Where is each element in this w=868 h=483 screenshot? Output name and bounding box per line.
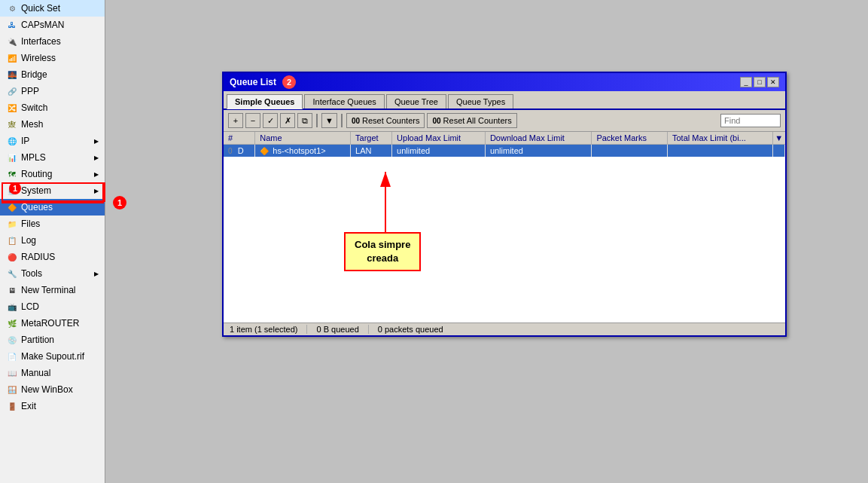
sidebar-item-mpls[interactable]: 📊 MPLS xyxy=(0,149,105,166)
sidebar-label-mpls: MPLS xyxy=(21,152,46,163)
bridge-icon: 🌉 xyxy=(6,69,18,81)
sidebar-item-ppp[interactable]: 🔗 PPP xyxy=(0,83,105,99)
sidebar-label-mesh: Mesh xyxy=(21,119,43,130)
files-icon: 📁 xyxy=(6,218,18,230)
disable-button[interactable]: ✗ xyxy=(280,113,295,128)
sidebar-label-ip: IP xyxy=(21,136,29,146)
sidebar-label-wireless: Wireless xyxy=(21,53,56,63)
sidebar-item-new-terminal[interactable]: 🖥 New Terminal xyxy=(0,282,105,298)
sidebar-item-bridge[interactable]: 🌉 Bridge xyxy=(0,66,105,83)
toolbar: + − ✓ ✗ ⧉ ▼ 00 Reset Counters 00 Reset A… xyxy=(224,110,785,132)
sidebar-label-log: Log xyxy=(21,235,36,246)
sidebar-label-queues: Queues xyxy=(21,202,53,212)
sidebar-item-new-winbox[interactable]: 🪟 New WinBox xyxy=(0,381,105,398)
sidebar-item-capsman[interactable]: 🖧 CAPsMAN xyxy=(0,17,105,33)
tab-simple-queues[interactable]: Simple Queues xyxy=(227,94,303,109)
col-header-dropdown[interactable]: ▼ xyxy=(773,132,785,145)
titlebar-controls: _ □ ✕ xyxy=(740,77,779,87)
sidebar-item-switch[interactable]: 🔀 Switch xyxy=(0,99,105,116)
reset-all-counters-button[interactable]: 00 Reset All Counters xyxy=(427,113,516,128)
search-input[interactable] xyxy=(720,114,781,127)
sidebar-item-files[interactable]: 📁 Files xyxy=(0,216,105,232)
sidebar-label-capsman: CAPsMAN xyxy=(21,20,64,30)
metarouter-icon: 🌿 xyxy=(6,317,18,329)
col-header-name[interactable]: Name xyxy=(255,132,351,145)
sidebar-label-new-winbox: New WinBox xyxy=(21,384,73,395)
col-header-upload[interactable]: Upload Max Limit xyxy=(392,132,486,145)
status-queued-bytes: 0 B queued xyxy=(316,325,368,334)
toolbar-separator xyxy=(316,114,318,127)
sidebar-label-switch: Switch xyxy=(21,102,47,113)
sidebar-label-manual: Manual xyxy=(21,368,50,378)
copy-button[interactable]: ⧉ xyxy=(297,113,312,128)
enable-button[interactable]: ✓ xyxy=(263,113,278,128)
main-content: 1 Queue List 2 _ □ ✕ Simple Queues Inter… xyxy=(105,0,868,483)
manual-icon: 📖 xyxy=(6,367,18,379)
queue-table: # Name Target Upload Max Limit Download … xyxy=(224,132,785,157)
reset-counters-button[interactable]: 00 Reset Counters xyxy=(346,113,425,128)
sidebar-label-ppp: PPP xyxy=(21,86,39,96)
cell-name: 🔶 hs-<hotspot1> xyxy=(255,145,351,157)
statusbar: 1 item (1 selected) 0 B queued 0 packets… xyxy=(224,323,785,335)
sidebar-item-interfaces[interactable]: 🔌 Interfaces xyxy=(0,33,105,50)
sidebar-item-system[interactable]: 💻 System xyxy=(0,182,105,199)
col-header-total-max[interactable]: Total Max Limit (bi... xyxy=(667,132,772,145)
sidebar: ⚙ Quick Set 🖧 CAPsMAN 🔌 Interfaces 📶 Wir… xyxy=(0,0,105,483)
sidebar-item-metarouter[interactable]: 🌿 MetaROUTER xyxy=(0,315,105,332)
tab-queue-types[interactable]: Queue Types xyxy=(448,94,513,109)
new-terminal-icon: 🖥 xyxy=(6,284,18,296)
tabs-bar: Simple Queues Interface Queues Queue Tre… xyxy=(224,91,785,110)
titlebar-title-group: Queue List 2 xyxy=(230,75,296,89)
capsman-icon: 🖧 xyxy=(6,19,18,31)
sidebar-item-make-supout[interactable]: 📄 Make Supout.rif xyxy=(0,348,105,365)
sidebar-item-ip[interactable]: 🌐 IP xyxy=(0,133,105,149)
tab-queue-tree[interactable]: Queue Tree xyxy=(386,94,446,109)
sidebar-item-lcd[interactable]: 📺 LCD xyxy=(0,298,105,315)
sidebar-item-exit[interactable]: 🚪 Exit xyxy=(0,398,105,414)
sidebar-item-manual[interactable]: 📖 Manual xyxy=(0,365,105,381)
switch-icon: 🔀 xyxy=(6,102,18,114)
window-restore-button[interactable]: □ xyxy=(754,77,766,87)
sidebar-label-radius: RADIUS xyxy=(21,252,55,262)
cell-total-max xyxy=(667,145,772,157)
col-header-download[interactable]: Download Max Limit xyxy=(485,132,592,145)
sidebar-item-log[interactable]: 📋 Log xyxy=(0,232,105,249)
filter-button[interactable]: ▼ xyxy=(321,113,337,128)
table-row[interactable]: 0 D 🔶 hs-<hotspot1> LAN unlimited unlimi… xyxy=(224,145,785,157)
mpls-icon: 📊 xyxy=(6,151,18,164)
sidebar-item-queues[interactable]: 🔶 Queues xyxy=(0,199,105,216)
add-button[interactable]: + xyxy=(228,113,243,128)
sidebar-item-mesh[interactable]: 🕸 Mesh xyxy=(0,116,105,133)
cell-download: unlimited xyxy=(485,145,592,157)
wireless-icon: 📶 xyxy=(6,52,18,64)
sidebar-item-routing[interactable]: 🗺 Routing xyxy=(0,166,105,182)
sidebar-item-tools[interactable]: 🔧 Tools xyxy=(0,265,105,282)
sidebar-item-partition[interactable]: 💿 Partition xyxy=(0,332,105,348)
window-minimize-button[interactable]: _ xyxy=(740,77,752,87)
sidebar-item-radius[interactable]: 🔴 RADIUS xyxy=(0,249,105,265)
sidebar-item-quick-set[interactable]: ⚙ Quick Set xyxy=(0,0,105,17)
sidebar-label-make-supout: Make Supout.rif xyxy=(21,351,84,362)
sidebar-label-partition: Partition xyxy=(21,335,54,345)
cell-target: LAN xyxy=(351,145,392,157)
col-header-target[interactable]: Target xyxy=(351,132,392,145)
sidebar-label-interfaces: Interfaces xyxy=(21,36,61,47)
sidebar-item-wireless[interactable]: 📶 Wireless xyxy=(0,50,105,66)
sidebar-label-files: Files xyxy=(21,219,40,229)
lcd-icon: 📺 xyxy=(6,301,18,313)
partition-icon: 💿 xyxy=(6,334,18,346)
window-close-button[interactable]: ✕ xyxy=(767,77,779,87)
make-supout-icon: 📄 xyxy=(6,350,18,362)
cell-num: 0 D xyxy=(224,145,255,157)
col-header-packet-marks[interactable]: Packet Marks xyxy=(592,132,668,145)
remove-button[interactable]: − xyxy=(245,113,260,128)
sidebar-label-routing: Routing xyxy=(21,169,52,179)
status-items-count: 1 item (1 selected) xyxy=(230,325,307,334)
window-titlebar: Queue List 2 _ □ ✕ xyxy=(224,73,785,91)
col-header-num[interactable]: # xyxy=(224,132,255,145)
tab-interface-queues[interactable]: Interface Queues xyxy=(304,94,384,109)
window-title: Queue List xyxy=(230,77,276,87)
sidebar-label-lcd: LCD xyxy=(21,301,39,312)
annotation-label: Cola simprecreada xyxy=(344,232,421,271)
ppp-icon: 🔗 xyxy=(6,85,18,97)
